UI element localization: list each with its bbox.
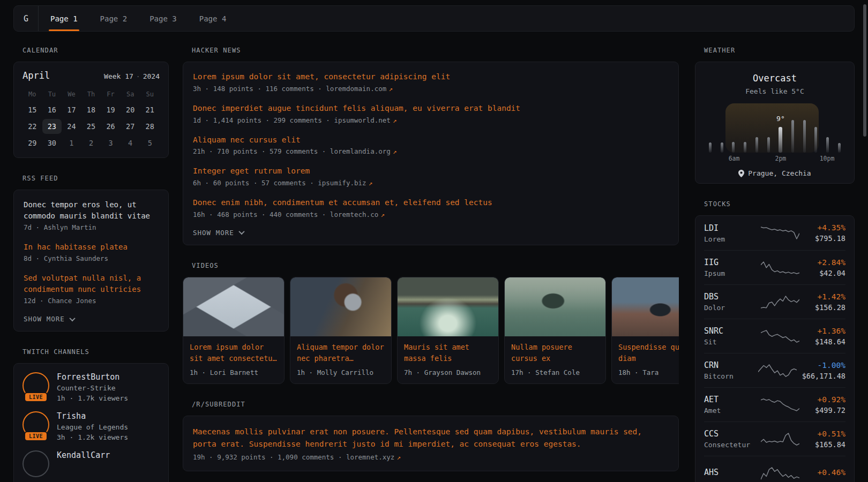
- calendar-day: 28: [140, 119, 160, 134]
- video-card[interactable]: Suspendisse quis diam 18h · Tara: [611, 277, 679, 384]
- stock-change-percent: +0.92%: [805, 395, 845, 404]
- calendar-week-year: Week 17·2024: [104, 72, 160, 80]
- stock-ticker: LDI: [704, 223, 755, 233]
- stock-row[interactable]: SNRC Sit +1.36% $148.64: [704, 319, 845, 353]
- twitch-channel-row[interactable]: LIVE Trisha League of Legends 3h · 1.2k …: [23, 411, 160, 441]
- calendar-weekday: Su: [140, 88, 160, 100]
- stock-row[interactable]: LDI Lorem +4.35% $795.18: [704, 216, 845, 250]
- stock-row[interactable]: DBS Dolor +1.42% $156.28: [704, 284, 845, 319]
- stock-row[interactable]: AHS +0.46%: [704, 456, 845, 482]
- weather-bar: [826, 137, 829, 153]
- hn-item: Donec imperdiet augue tincidunt felis al…: [193, 103, 669, 124]
- video-title: Mauris sit amet massa felis: [404, 342, 492, 364]
- weather-bar: [767, 137, 770, 153]
- page-tab[interactable]: Page 4: [188, 6, 238, 31]
- twitch-channel-row[interactable]: KendallCarr: [23, 450, 160, 477]
- page-tab[interactable]: Page 1: [39, 6, 89, 31]
- weather-bar: [814, 127, 817, 153]
- weather-card: Overcast Feels like 5°C: [695, 62, 855, 184]
- twitch-channel-game: Counter-Strike: [57, 384, 128, 392]
- stock-price: $165.84: [805, 440, 845, 449]
- video-meta: 18h · Tara: [618, 368, 679, 376]
- stock-sparkline: [761, 329, 799, 343]
- external-link-icon: ↗: [369, 179, 373, 187]
- weather-bar: [732, 142, 735, 153]
- twitch-channel-row[interactable]: LIVE ForrestBurton Counter-Strike 1h · 1…: [23, 372, 160, 402]
- twitch-card: LIVE ForrestBurton Counter-Strike 1h · 1…: [13, 363, 169, 482]
- stock-row[interactable]: CRN Bitcorn -1.00% $66,171.48: [704, 353, 845, 387]
- hn-item-title[interactable]: Donec enim nibh, condimentum et accumsan…: [193, 197, 669, 209]
- calendar-day: 24: [62, 119, 81, 134]
- stock-change-percent: +0.51%: [805, 430, 845, 438]
- calendar-day: 23: [42, 119, 62, 134]
- subreddit-section-label: /R/SUBREDDIT: [192, 401, 679, 408]
- stock-row[interactable]: CCS Consectetur +0.51% $165.84: [704, 421, 845, 456]
- video-card[interactable]: Mauris sit amet massa felis 7h · Grayson…: [397, 277, 499, 384]
- location-pin-icon: [738, 170, 744, 177]
- hn-item: Lorem ipsum dolor sit amet, consectetur …: [193, 71, 669, 93]
- video-card[interactable]: Lorem ipsum dolor sit amet consectetu… 1…: [183, 277, 285, 384]
- calendar-days: 15 16 17 18 19 20 21 22 23 24: [23, 102, 160, 150]
- stock-change-percent: +1.42%: [805, 292, 845, 301]
- stock-name: Dolor: [704, 304, 755, 312]
- calendar-day: 17: [62, 102, 81, 117]
- video-thumbnail: [612, 277, 679, 336]
- rss-item-title[interactable]: In hac habitasse platea: [24, 242, 159, 253]
- hn-item-meta: 21h · 710 points · 579 comments · loreml…: [193, 147, 669, 155]
- weather-location: Prague, Czechia: [695, 169, 854, 177]
- video-card[interactable]: Aliquam tempor dolor nec pharetra… 1h · …: [290, 277, 392, 384]
- video-title: Suspendisse quis diam: [618, 342, 679, 364]
- calendar-day: 25: [81, 119, 101, 134]
- weather-bar: [838, 143, 841, 153]
- stock-change-percent: -1.00%: [802, 361, 845, 370]
- hn-item-title[interactable]: Lorem ipsum dolor sit amet, consectetur …: [193, 71, 669, 83]
- subreddit-post: Maecenas mollis pulvinar erat non posuer…: [193, 426, 669, 461]
- calendar-day: 22: [23, 119, 42, 134]
- external-link-icon: ↗: [388, 85, 393, 93]
- rss-widget: RSS FEED Donec tempor eros leo, ut commo…: [13, 175, 169, 332]
- page-tab[interactable]: Page 3: [138, 6, 188, 31]
- twitch-channel-game: League of Legends: [57, 423, 128, 431]
- calendar-day: 15: [23, 102, 42, 117]
- weather-location-label: Prague, Czechia: [748, 169, 811, 177]
- stock-ticker: AHS: [704, 468, 755, 477]
- calendar-day: 20: [121, 102, 140, 117]
- show-more-label: SHOW MORE: [24, 315, 65, 323]
- videos-widget: VIDEOS Lorem ipsum dolor sit amet consec…: [183, 262, 679, 384]
- stock-row[interactable]: IIG Ipsum +2.84% $42.04: [704, 250, 845, 284]
- calendar-widget: CALENDAR April Week 17·2024 Mo Tu We Th …: [13, 47, 169, 158]
- stock-sparkline: [758, 364, 797, 378]
- weather-time-label: 10pm: [820, 155, 835, 162]
- hn-item: Aliquam nec cursus elit 21h · 710 points…: [193, 134, 669, 156]
- calendar-day: 29: [23, 135, 42, 150]
- hn-item-title[interactable]: Aliquam nec cursus elit: [193, 134, 669, 146]
- stock-row[interactable]: AET Amet +0.92% $499.72: [704, 387, 845, 421]
- hn-show-more-button[interactable]: SHOW MORE: [193, 229, 669, 237]
- weather-bar: [791, 120, 794, 153]
- calendar-year: 2024: [143, 72, 160, 80]
- stocks-card: LDI Lorem +4.35% $795.18 IIG Ipsum: [695, 215, 855, 482]
- twitch-channel-name: ForrestBurton: [57, 372, 128, 382]
- stock-sparkline: [761, 398, 799, 412]
- external-link-icon: ↗: [396, 453, 401, 461]
- video-card[interactable]: Nullam posuere cursus ex 17h · Stefan Co…: [504, 277, 606, 384]
- scrollbar-thumb[interactable]: [863, 4, 866, 137]
- twitch-channel-meta: 1h · 1.7k viewers: [57, 394, 128, 402]
- rss-show-more-button[interactable]: SHOW MORE: [24, 315, 159, 323]
- weather-time-label: 2pm: [775, 155, 787, 162]
- app-logo[interactable]: G: [14, 6, 39, 31]
- hn-item-title[interactable]: Donec imperdiet augue tincidunt felis al…: [193, 103, 669, 115]
- page-tab[interactable]: Page 2: [89, 6, 139, 31]
- subreddit-post-title[interactable]: Maecenas mollis pulvinar erat non posuer…: [193, 426, 669, 450]
- hn-item-meta: 16h · 468 points · 440 comments · loremt…: [193, 210, 669, 219]
- rss-item-title[interactable]: Sed volutpat nulla nisl, a condimentum n…: [24, 273, 159, 295]
- stock-name: Consectetur: [704, 441, 755, 449]
- weather-time-label: 6am: [729, 155, 740, 162]
- hn-item-title[interactable]: Integer eget rutrum lorem: [193, 165, 669, 177]
- live-badge: LIVE: [24, 392, 48, 402]
- rss-item-title[interactable]: Donec tempor eros leo, ut commodo mauris…: [24, 199, 159, 222]
- stock-ticker: AET: [704, 395, 755, 404]
- stock-change-percent: +0.46%: [805, 468, 845, 477]
- hn-item: Donec enim nibh, condimentum et accumsan…: [193, 197, 669, 219]
- video-meta: 1h · Molly Carrillo: [297, 368, 385, 376]
